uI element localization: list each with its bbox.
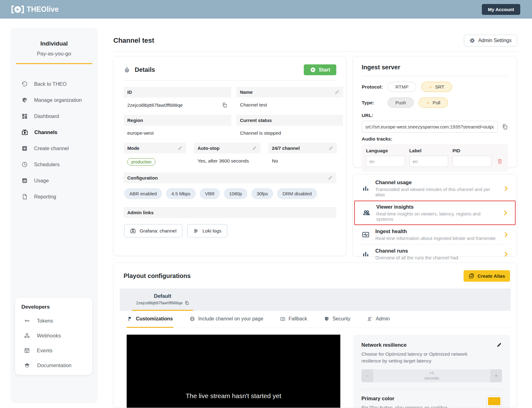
sidebar-item-documentation[interactable]: Documentation xyxy=(15,358,92,373)
alias-id: 2zejcol8bjtt87faw0ff688qe xyxy=(136,301,182,305)
alias-tab-default[interactable]: Default 2zejcol8bjtt87faw0ff688qe xyxy=(132,289,193,311)
tab-security[interactable]: Security xyxy=(323,311,351,328)
protocol-rtmp-button[interactable]: RTMP xyxy=(388,82,416,92)
customizations-flag-icon xyxy=(127,316,133,322)
delete-track-icon[interactable] xyxy=(496,158,504,164)
tv-channels-icon xyxy=(21,129,28,136)
network-resilience-title: Network resilience xyxy=(361,342,407,348)
sidebar-item-label: Dashboard xyxy=(34,113,59,119)
topbar: THEOlive My Account xyxy=(0,0,532,19)
loki-logs-button[interactable]: Loki logs xyxy=(187,224,227,237)
sidebar-item-label: Manage organization xyxy=(34,97,82,103)
stopwatch-icon xyxy=(124,67,130,73)
webhook-icon xyxy=(24,332,30,339)
tab-include-channel[interactable]: Include channel on your page xyxy=(189,311,264,328)
channel-runs-link[interactable]: Channel runs Overview of all the runs th… xyxy=(353,245,517,264)
config-chip: ABR enabled xyxy=(124,188,162,199)
sidebar-item-webhooks[interactable]: Webhooks xyxy=(15,328,92,343)
plus-square-icon xyxy=(21,145,28,152)
edit-always-on-icon[interactable] xyxy=(329,146,333,150)
people-icon xyxy=(362,209,371,217)
channel-name-value: Channel test xyxy=(240,102,267,108)
tab-fallback[interactable]: Fallback xyxy=(279,311,308,328)
sidebar-item-reporting[interactable]: Reporting xyxy=(10,189,98,205)
protocol-srt-button[interactable]: ✓ SRT xyxy=(421,82,452,92)
link-description: Real-time information about ingested bit… xyxy=(375,236,497,241)
pid-column-label: PID xyxy=(452,148,491,153)
sidebar-item-tokens[interactable]: Tokens xyxy=(15,313,92,328)
mode-badge: production xyxy=(127,158,155,166)
tab-customizations[interactable]: Customizations xyxy=(127,311,173,328)
always-on-label: 24/7 channel xyxy=(272,145,300,151)
start-label: Start xyxy=(319,67,330,73)
edit-network-resilience-icon[interactable] xyxy=(496,342,502,348)
link-description: Real-time insights on viewers, latency, … xyxy=(376,211,496,222)
region-label: Region xyxy=(127,118,143,123)
pull-label: Pull xyxy=(433,100,440,105)
viewer-insights-link[interactable]: Viewer insights Real-time insights on vi… xyxy=(354,201,516,225)
admin-links-label: Admin links xyxy=(127,210,154,215)
sidebar-item-manage-organization[interactable]: Manage organization xyxy=(10,92,98,108)
sidebar-item-usage[interactable]: Usage xyxy=(10,172,98,189)
edit-configuration-icon[interactable] xyxy=(328,176,333,180)
ingest-title: Ingest server xyxy=(362,64,508,71)
bar-chart-square-icon xyxy=(21,177,28,184)
copy-alias-id-icon[interactable] xyxy=(185,301,189,305)
playout-title: Playout configurations xyxy=(124,272,191,280)
status-value: Channel is stopped xyxy=(240,130,281,136)
edit-name-icon[interactable] xyxy=(335,90,339,94)
copy-id-icon[interactable] xyxy=(222,102,228,108)
always-on-value: No xyxy=(272,158,278,164)
playout-configurations-card: Playout configurations Create Alias Defa… xyxy=(113,263,517,408)
sidebar-menu: Back to THEO Manage organization Dashb xyxy=(10,76,98,205)
latency-decrease-button[interactable]: - xyxy=(361,369,373,382)
channel-usage-link[interactable]: Channel usage Transcoded and viewed minu… xyxy=(353,176,517,201)
dashboard-icon xyxy=(21,113,28,119)
ingest-url-input[interactable] xyxy=(362,121,498,132)
check-icon: ✓ xyxy=(429,85,433,89)
theolive-logo[interactable]: THEOlive xyxy=(11,5,59,14)
grafana-channel-button[interactable]: Grafana: channel xyxy=(124,224,182,237)
chevron-right-icon xyxy=(503,185,509,192)
sidebar-item-schedulers[interactable]: Schedulers xyxy=(10,156,98,172)
start-button[interactable]: Start xyxy=(304,64,336,75)
primary-color-swatch[interactable] xyxy=(486,396,502,407)
shield-icon xyxy=(324,316,329,322)
chevron-right-icon xyxy=(502,210,509,216)
sidebar-item-dashboard[interactable]: Dashboard xyxy=(10,108,98,124)
sidebar-item-label: Usage xyxy=(34,178,49,184)
type-pull-button[interactable]: ✓ Pull xyxy=(419,98,448,108)
dev-item-label: Events xyxy=(37,348,52,354)
type-push-button[interactable]: Push xyxy=(388,98,414,108)
tab-admin[interactable]: Admin xyxy=(366,311,390,328)
key-icon xyxy=(24,318,30,324)
edit-autostop-icon[interactable] xyxy=(252,146,257,150)
sidebar-item-events[interactable]: Events xyxy=(15,343,92,358)
copy-url-icon[interactable] xyxy=(502,124,508,130)
link-title: Ingest health xyxy=(375,228,497,234)
dev-item-label: Webhooks xyxy=(37,333,61,339)
sidebar-item-create-channel[interactable]: Create channel xyxy=(10,140,98,156)
ingest-health-link[interactable]: Ingest health Real-time information abou… xyxy=(353,225,517,244)
alias-tab-strip: Default 2zejcol8bjtt87faw0ff688qe xyxy=(120,289,511,311)
pid-input[interactable] xyxy=(452,156,491,167)
latency-amount: <1 xyxy=(430,371,434,375)
sidebar-item-channels[interactable]: Channels xyxy=(10,124,98,140)
sidebar-item-back-to-theo[interactable]: Back to THEO xyxy=(10,76,98,92)
shield-person-icon xyxy=(21,97,28,103)
latency-increase-button[interactable]: + xyxy=(490,369,502,382)
dev-item-label: Tokens xyxy=(37,318,53,324)
language-column-label: Language xyxy=(366,148,405,153)
name-label: Name xyxy=(240,89,253,95)
edit-mode-icon[interactable] xyxy=(178,146,182,150)
dev-item-label: Documentation xyxy=(37,362,72,368)
bar-chart-icon xyxy=(362,250,370,258)
config-chip: 1080p xyxy=(224,188,247,199)
my-account-button[interactable]: My Account xyxy=(482,4,520,15)
admin-settings-button[interactable]: Admin Settings xyxy=(464,35,517,46)
create-alias-label: Create Alias xyxy=(477,273,505,279)
admin-settings-label: Admin Settings xyxy=(478,38,512,43)
language-input[interactable] xyxy=(366,156,405,167)
create-alias-button[interactable]: Create Alias xyxy=(464,270,510,282)
label-input[interactable] xyxy=(409,156,448,167)
